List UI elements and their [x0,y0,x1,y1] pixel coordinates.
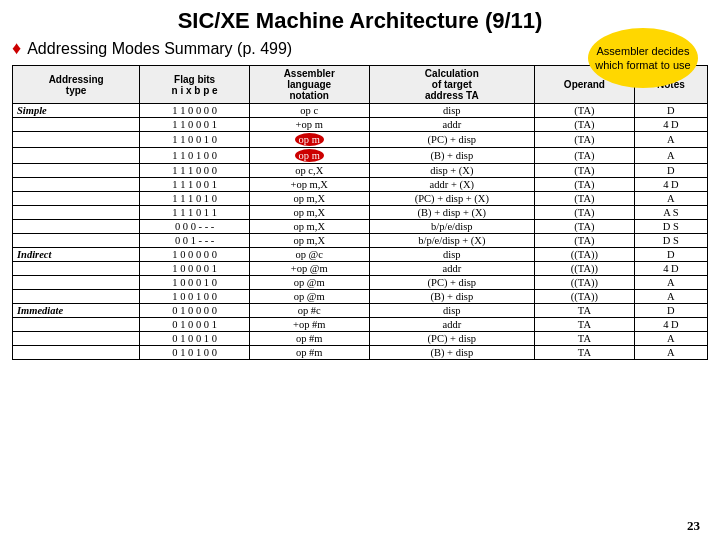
table-cell-13-2: op @m [249,290,369,304]
subtitle-row: ♦ Addressing Modes Summary (p. 499) Asse… [12,38,708,59]
table-cell-11-2: +op @m [249,262,369,276]
table-cell-6-1: 1 1 1 0 1 0 [140,192,250,206]
table-cell-16-0 [13,332,140,346]
table-cell-0-3: disp [369,104,535,118]
table-cell-10-2: op @c [249,248,369,262]
table-cell-0-4: (TA) [535,104,635,118]
table-cell-14-4: TA [535,304,635,318]
table-row: 0 1 0 1 0 0op #m(B) + dispTAA [13,346,708,360]
table-row: 1 1 0 0 0 1+op maddr(TA)4 D [13,118,708,132]
table-cell-16-2: op #m [249,332,369,346]
table-cell-13-3: (B) + disp [369,290,535,304]
table-cell-6-0 [13,192,140,206]
table-cell-11-5: 4 D [634,262,707,276]
table-cell-4-1: 1 1 1 0 0 0 [140,164,250,178]
table-cell-3-3: (B) + disp [369,148,535,164]
table-cell-0-1: 1 1 0 0 0 0 [140,104,250,118]
table-row: Simple1 1 0 0 0 0op cdisp(TA)D [13,104,708,118]
table-cell-1-0 [13,118,140,132]
table-cell-4-5: D [634,164,707,178]
table-cell-11-3: addr [369,262,535,276]
table-cell-12-5: A [634,276,707,290]
table-cell-1-1: 1 1 0 0 0 1 [140,118,250,132]
table-cell-11-4: ((TA)) [535,262,635,276]
table-row: 1 1 1 0 0 1+op m,Xaddr + (X)(TA)4 D [13,178,708,192]
table-cell-12-2: op @m [249,276,369,290]
table-cell-12-1: 1 0 0 0 1 0 [140,276,250,290]
table-cell-17-1: 0 1 0 1 0 0 [140,346,250,360]
table-cell-4-2: op c,X [249,164,369,178]
table-cell-12-0 [13,276,140,290]
table-row: 0 1 0 0 1 0op #m(PC) + dispTAA [13,332,708,346]
table-cell-16-5: A [634,332,707,346]
table-cell-2-2: op m [249,132,369,148]
table-row: 1 1 0 0 1 0op m(PC) + disp(TA)A [13,132,708,148]
table-cell-14-0: Immediate [13,304,140,318]
col-header-notation: Assemblerlanguagenotation [249,66,369,104]
table-cell-1-5: 4 D [634,118,707,132]
table-cell-0-0: Simple [13,104,140,118]
table-cell-8-4: (TA) [535,220,635,234]
table-cell-7-2: op m,X [249,206,369,220]
table-cell-9-0 [13,234,140,248]
table-cell-2-3: (PC) + disp [369,132,535,148]
table-cell-15-1: 0 1 0 0 0 1 [140,318,250,332]
table-cell-15-5: 4 D [634,318,707,332]
table-cell-5-4: (TA) [535,178,635,192]
table-row: 1 0 0 1 0 0op @m(B) + disp((TA))A [13,290,708,304]
table-cell-8-0 [13,220,140,234]
table-cell-15-2: +op #m [249,318,369,332]
table-cell-13-0 [13,290,140,304]
table-cell-8-5: D S [634,220,707,234]
table-row: 1 1 0 1 0 0op m(B) + disp(TA)A [13,148,708,164]
table-cell-1-2: +op m [249,118,369,132]
table-cell-12-4: ((TA)) [535,276,635,290]
table-cell-5-3: addr + (X) [369,178,535,192]
table-row: 0 1 0 0 0 1+op #maddrTA4 D [13,318,708,332]
table-cell-11-0 [13,262,140,276]
table-cell-10-3: disp [369,248,535,262]
table-cell-17-3: (B) + disp [369,346,535,360]
table-cell-17-5: A [634,346,707,360]
table-cell-9-5: D S [634,234,707,248]
table-cell-3-1: 1 1 0 1 0 0 [140,148,250,164]
table-cell-16-1: 0 1 0 0 1 0 [140,332,250,346]
table-cell-10-4: ((TA)) [535,248,635,262]
table-cell-7-1: 1 1 1 0 1 1 [140,206,250,220]
table-cell-13-4: ((TA)) [535,290,635,304]
table-row: 1 0 0 0 0 1+op @maddr((TA))4 D [13,262,708,276]
table-row: 1 0 0 0 1 0op @m(PC) + disp((TA))A [13,276,708,290]
table-cell-4-3: disp + (X) [369,164,535,178]
addressing-modes-table: Addressingtype Flag bitsn i x b p e Asse… [12,65,708,360]
table-cell-5-1: 1 1 1 0 0 1 [140,178,250,192]
table-row: Indirect1 0 0 0 0 0op @cdisp((TA))D [13,248,708,262]
table-cell-14-3: disp [369,304,535,318]
table-cell-12-3: (PC) + disp [369,276,535,290]
page-number: 23 [687,518,700,534]
table-cell-14-5: D [634,304,707,318]
col-header-type: Addressingtype [13,66,140,104]
table-cell-15-0 [13,318,140,332]
table-cell-4-0 [13,164,140,178]
table-cell-11-1: 1 0 0 0 0 1 [140,262,250,276]
table-cell-8-1: 0 0 0 - - - [140,220,250,234]
table-cell-10-1: 1 0 0 0 0 0 [140,248,250,262]
table-cell-16-4: TA [535,332,635,346]
table-cell-9-2: op m,X [249,234,369,248]
table-cell-1-3: addr [369,118,535,132]
table-cell-6-4: (TA) [535,192,635,206]
table-cell-2-5: A [634,132,707,148]
table-cell-2-1: 1 1 0 0 1 0 [140,132,250,148]
table-row: 0 0 1 - - -op m,Xb/p/e/disp + (X)(TA)D S [13,234,708,248]
table-row: 0 0 0 - - -op m,Xb/p/e/disp(TA)D S [13,220,708,234]
table-row: Immediate0 1 0 0 0 0op #cdispTAD [13,304,708,318]
table-cell-5-2: +op m,X [249,178,369,192]
table-row: 1 1 1 0 1 0op m,X(PC) + disp + (X)(TA)A [13,192,708,206]
table-cell-17-2: op #m [249,346,369,360]
table-cell-5-5: 4 D [634,178,707,192]
subtitle: Addressing Modes Summary (p. 499) [27,40,292,58]
table-cell-2-0 [13,132,140,148]
page-title: SIC/XE Machine Architecture (9/11) [12,8,708,34]
table-cell-14-1: 0 1 0 0 0 0 [140,304,250,318]
table-cell-15-3: addr [369,318,535,332]
